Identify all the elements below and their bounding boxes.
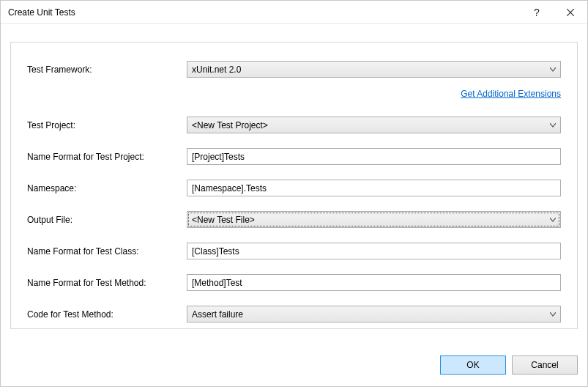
chevron-down-icon: [550, 218, 556, 222]
output-file-value: <New Test File>: [192, 215, 255, 225]
code-for-method-combo[interactable]: Assert failure: [187, 306, 561, 322]
close-button[interactable]: [554, 1, 587, 24]
help-button[interactable]: ?: [520, 1, 554, 24]
dialog-footer: OK Cancel: [440, 355, 578, 376]
chevron-down-icon: [550, 123, 556, 128]
close-icon: [567, 9, 574, 16]
test-framework-combo[interactable]: xUnit.net 2.0: [187, 61, 561, 78]
label-code-for-method: Code for Test Method:: [27, 309, 187, 320]
label-test-project: Test Project:: [27, 120, 187, 130]
output-file-combo[interactable]: <New Test File>: [187, 211, 561, 228]
chevron-down-icon: [550, 312, 556, 317]
test-framework-value: xUnit.net 2.0: [192, 64, 241, 75]
name-format-class-input[interactable]: [187, 243, 561, 259]
label-output-file: Output File:: [27, 215, 187, 225]
test-project-combo[interactable]: <New Test Project>: [187, 117, 561, 133]
name-format-project-input[interactable]: [187, 148, 561, 165]
label-name-format-project: Name Format for Test Project:: [27, 152, 187, 162]
titlebar: Create Unit Tests ?: [1, 1, 587, 24]
label-namespace: Namespace:: [27, 183, 187, 194]
code-for-method-value: Assert failure: [192, 309, 243, 320]
name-format-method-input[interactable]: [187, 274, 561, 291]
test-project-value: <New Test Project>: [192, 120, 268, 130]
form-panel: Test Framework: xUnit.net 2.0 Get Additi…: [10, 42, 578, 329]
window-title: Create Unit Tests: [8, 7, 520, 18]
get-extensions-link[interactable]: Get Additional Extensions: [461, 89, 561, 99]
namespace-input[interactable]: [187, 180, 561, 196]
label-name-format-method: Name Format for Test Method:: [27, 278, 187, 288]
chevron-down-icon: [550, 67, 556, 72]
label-name-format-class: Name Format for Test Class:: [27, 246, 187, 257]
cancel-button[interactable]: Cancel: [512, 355, 578, 375]
ok-button[interactable]: OK: [440, 355, 506, 375]
label-test-framework: Test Framework:: [27, 64, 187, 75]
